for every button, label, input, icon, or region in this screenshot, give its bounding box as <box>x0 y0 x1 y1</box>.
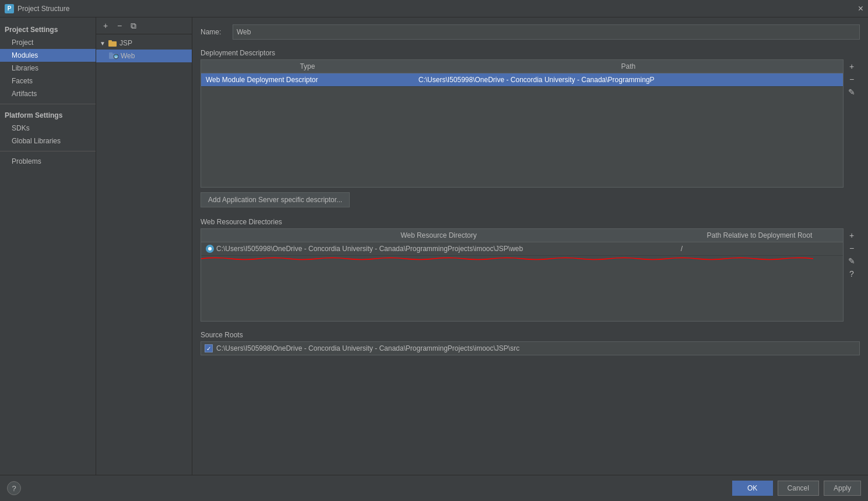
wrd-row-directory: C:\Users\I505998\OneDrive - Concordia Un… <box>201 242 676 256</box>
tree-node-web[interactable]: W Web <box>96 50 192 62</box>
deployment-row-path: C:\Users\I505998\OneDrive - Concordia Un… <box>414 73 843 87</box>
deployment-descriptors-label: Deployment Descriptors <box>201 49 860 57</box>
web-resource-area-container: Web Resource Directory Path Relative to … <box>201 228 860 322</box>
tree-node-label-jsp: JSP <box>120 39 132 47</box>
sidebar: Project Settings Project Modules Librari… <box>0 17 96 475</box>
web-folder-icon: W <box>109 51 118 61</box>
sidebar-item-global-libraries[interactable]: Global Libraries <box>0 135 96 147</box>
tree-node-label-web: Web <box>121 52 135 60</box>
sidebar-divider-2 <box>0 151 96 151</box>
tree-node-jsp[interactable]: ▼ JSP <box>96 37 192 50</box>
wrd-col-path: Path Relative to Deployment Root <box>676 229 843 242</box>
source-roots-row: C:\Users\I505998\OneDrive - Concordia Un… <box>201 341 860 355</box>
deployment-edit-button[interactable]: ✎ <box>846 86 858 98</box>
deployment-descriptors-section: Deployment Descriptors Type Path Web Mod… <box>201 45 860 209</box>
wrd-dir-icon <box>206 245 214 253</box>
title-bar-text: Project Structure <box>17 5 69 13</box>
sidebar-item-sdks[interactable]: SDKs <box>0 122 96 135</box>
source-roots-label: Source Roots <box>201 331 860 339</box>
tree-copy-button[interactable]: ⧉ <box>128 20 139 31</box>
apply-button[interactable]: Apply <box>824 481 861 496</box>
svg-point-6 <box>208 247 212 250</box>
svg-rect-0 <box>108 41 117 47</box>
sidebar-divider <box>0 104 96 104</box>
deployment-side-actions: + − ✎ <box>844 59 860 188</box>
source-root-checkbox[interactable] <box>205 344 213 352</box>
help-button[interactable]: ? <box>7 481 21 495</box>
tree-expand-arrow: ▼ <box>100 40 106 47</box>
main-layout: Project Settings Project Modules Librari… <box>0 17 868 475</box>
web-resource-directories-label: Web Resource Directories <box>201 218 860 226</box>
sidebar-item-modules[interactable]: Modules <box>0 49 96 62</box>
name-label: Name: <box>201 28 227 36</box>
sidebar-item-project[interactable]: Project <box>0 36 96 49</box>
sidebar-item-libraries[interactable]: Libraries <box>0 62 96 75</box>
sidebar-item-facets[interactable]: Facets <box>0 75 96 87</box>
sidebar-item-problems[interactable]: Problems <box>0 155 96 168</box>
wrd-row-relative-path: / <box>676 242 843 256</box>
folder-icon <box>108 38 117 48</box>
source-root-path: C:\Users\I505998\OneDrive - Concordia Un… <box>216 344 519 352</box>
deployment-remove-button[interactable]: − <box>846 73 858 85</box>
name-row: Name: <box>201 24 860 40</box>
deployment-col-path: Path <box>414 60 843 73</box>
ok-button[interactable]: OK <box>732 481 773 496</box>
tree-panel: + − ⧉ ▼ JSP <box>96 17 192 475</box>
tree-content: ▼ JSP W <box>96 34 192 475</box>
wrd-edit-button[interactable]: ✎ <box>846 255 858 267</box>
bottom-right: OK Cancel Apply <box>732 481 861 496</box>
tree-remove-button[interactable]: − <box>114 20 125 31</box>
platform-settings-label: Platform Settings <box>0 108 96 122</box>
table-row[interactable]: C:\Users\I505998\OneDrive - Concordia Un… <box>201 242 843 256</box>
wrd-side-actions: + − ✎ ? <box>844 228 860 322</box>
tree-add-button[interactable]: + <box>100 20 111 31</box>
app-icon: P <box>5 4 14 13</box>
wrd-add-button[interactable]: + <box>846 230 858 241</box>
svg-rect-1 <box>108 40 112 42</box>
content-panel: Name: Deployment Descriptors Type Path <box>192 17 868 475</box>
deployment-table: Type Path Web Module Deployment Descript… <box>201 60 843 87</box>
source-roots-section: Source Roots C:\Users\I505998\OneDrive -… <box>201 327 860 355</box>
cancel-button[interactable]: Cancel <box>778 481 819 496</box>
project-settings-label: Project Settings <box>0 22 96 36</box>
web-resource-table-wrapper: Web Resource Directory Path Relative to … <box>201 228 844 322</box>
web-resource-table: Web Resource Directory Path Relative to … <box>201 229 843 256</box>
svg-text:W: W <box>114 55 118 59</box>
name-input[interactable] <box>233 24 860 40</box>
bottom-left: ? <box>7 481 21 495</box>
wrd-remove-button[interactable]: − <box>846 242 858 254</box>
deployment-row-type: Web Module Deployment Descriptor <box>201 73 414 87</box>
title-bar: P Project Structure × <box>0 0 868 17</box>
wrd-help-button[interactable]: ? <box>846 268 858 280</box>
svg-rect-3 <box>109 52 113 54</box>
deployment-col-type: Type <box>201 60 414 73</box>
web-resource-directories-section: Web Resource Directories Web Resource Di… <box>201 214 860 322</box>
tree-toolbar: + − ⧉ <box>96 17 192 34</box>
close-button[interactable]: × <box>858 4 863 13</box>
add-descriptor-button[interactable]: Add Application Server specific descript… <box>201 192 350 207</box>
sidebar-item-artifacts[interactable]: Artifacts <box>0 87 96 100</box>
deployment-add-button[interactable]: + <box>846 61 858 72</box>
deployment-descriptors-area: Type Path Web Module Deployment Descript… <box>201 59 860 188</box>
deployment-table-wrapper: Type Path Web Module Deployment Descript… <box>201 59 844 188</box>
table-row[interactable]: Web Module Deployment Descriptor C:\User… <box>201 73 843 87</box>
bottom-bar: ? OK Cancel Apply <box>0 475 868 501</box>
wrd-col-directory: Web Resource Directory <box>201 229 676 242</box>
